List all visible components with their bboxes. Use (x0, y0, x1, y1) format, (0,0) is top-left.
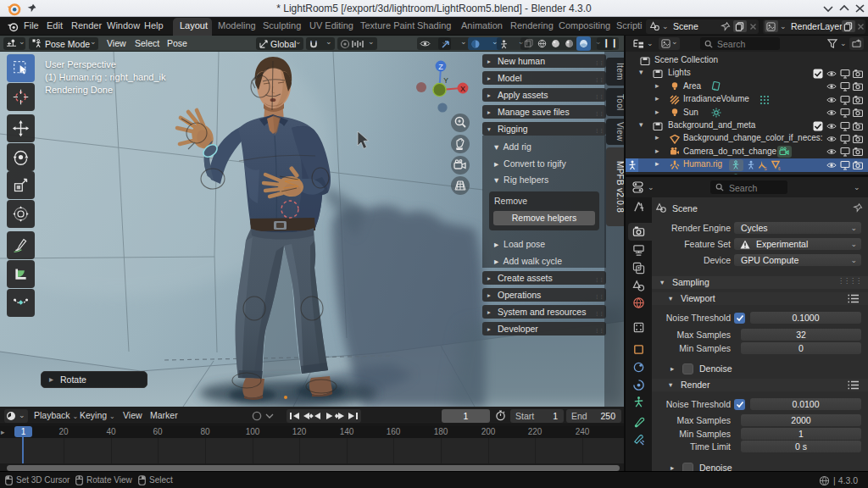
svg-text:X: X (460, 85, 465, 93)
svg-text:S: S (765, 166, 767, 170)
svg-text:Z: Z (438, 63, 443, 71)
svg-text:Y: Y (443, 76, 448, 85)
svg-text:6: 6 (778, 166, 781, 170)
